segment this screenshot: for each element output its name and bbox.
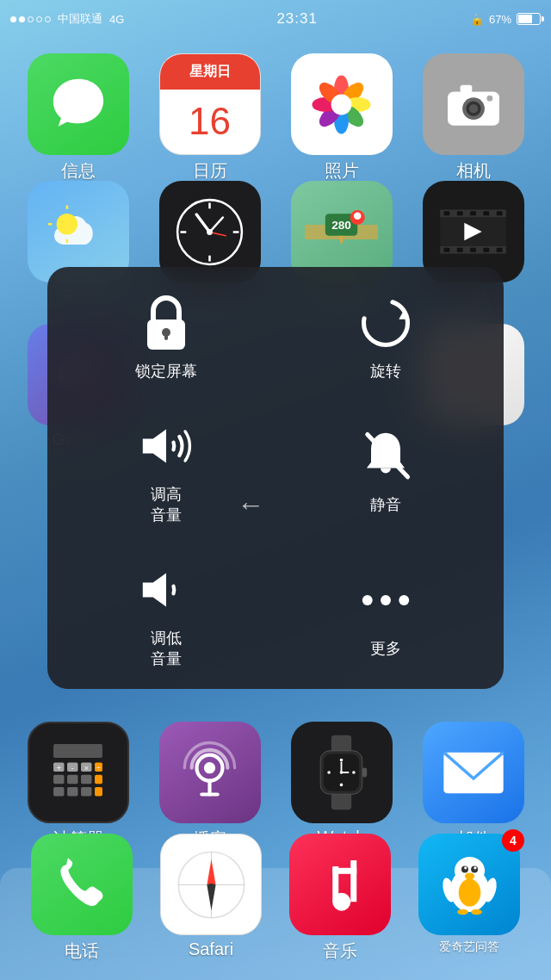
svg-point-104 — [464, 872, 474, 879]
network-label: 4G — [109, 13, 124, 26]
app-podcasts[interactable]: 播客 — [147, 722, 272, 851]
svg-rect-44 — [483, 248, 489, 252]
battery-fill — [518, 15, 532, 23]
svg-rect-97 — [332, 866, 338, 902]
safari-icon-wrap — [160, 834, 262, 935]
volume-down-icon — [136, 560, 196, 620]
svg-rect-65 — [67, 787, 77, 797]
camera-icon-wrap — [423, 53, 524, 155]
svg-text:÷: ÷ — [96, 764, 101, 772]
phone-label: 电话 — [65, 940, 99, 963]
svg-point-106 — [457, 909, 468, 915]
svg-point-15 — [56, 214, 77, 235]
svg-rect-37 — [457, 211, 463, 215]
watch-svg — [313, 734, 369, 811]
calendar-date: 16 — [189, 90, 231, 154]
svg-rect-42 — [457, 248, 463, 252]
battery-icon — [517, 13, 541, 25]
svg-point-27 — [207, 229, 213, 235]
svg-point-118 — [362, 595, 372, 605]
clock-svg — [173, 195, 246, 269]
lock-icon — [136, 293, 196, 353]
rotate-label: 旋转 — [370, 362, 401, 381]
svg-point-73 — [204, 762, 215, 773]
svg-point-83 — [352, 771, 356, 774]
photos-icon — [291, 53, 393, 155]
app-phone[interactable]: 电话 — [22, 834, 142, 963]
signal-dot-2 — [19, 16, 25, 22]
messages-svg — [48, 74, 108, 134]
mail-icon-wrap — [423, 722, 524, 823]
svg-rect-64 — [53, 787, 64, 797]
signal-dot-5 — [45, 16, 51, 22]
music-icon-wrap — [289, 834, 391, 935]
app-safari[interactable]: Safari — [151, 834, 271, 963]
svg-text:280: 280 — [331, 219, 351, 232]
app-messages[interactable]: 信息 — [15, 53, 140, 183]
calculator-icon-wrap: + - × ÷ — [28, 722, 129, 823]
mail-icon — [423, 722, 524, 823]
svg-point-119 — [381, 595, 391, 605]
signal-dot-4 — [36, 16, 42, 22]
app-qq[interactable]: 4 爱奇艺问答 — [409, 834, 529, 963]
overlay-more[interactable]: 更多 — [276, 543, 495, 686]
phone-svg — [54, 857, 110, 913]
svg-point-103 — [474, 866, 476, 869]
overlay-mute[interactable]: 静音 — [276, 399, 495, 543]
qq-svg — [437, 850, 502, 919]
messages-label: 信息 — [61, 159, 96, 183]
app-calculator[interactable]: + - × ÷ 计算器 — [15, 722, 140, 851]
app-watch[interactable]: Watch — [279, 722, 404, 851]
messages-icon — [28, 53, 129, 155]
svg-rect-77 — [331, 792, 351, 809]
volume-down-svg — [137, 564, 195, 616]
qq-label: 爱奇艺问答 — [439, 940, 499, 955]
overlay-center-arrow: ← — [237, 489, 264, 521]
app-calendar[interactable]: 星期日 16 日历 — [147, 53, 272, 183]
svg-rect-60 — [53, 775, 64, 785]
svg-point-81 — [340, 784, 344, 787]
app-camera[interactable]: 相机 — [411, 53, 536, 183]
overlay-volume-down[interactable]: 调低音量 — [56, 543, 276, 686]
svg-point-107 — [471, 909, 482, 915]
videos-svg — [436, 202, 510, 262]
svg-rect-76 — [331, 735, 351, 753]
svg-point-8 — [331, 94, 352, 115]
safari-svg — [175, 848, 248, 921]
overlay-lock-screen[interactable]: 锁定屏幕 — [56, 276, 276, 399]
qq-icon-wrap: 4 — [418, 834, 520, 935]
svg-rect-63 — [95, 775, 102, 785]
calendar-dayofweek: 星期日 — [189, 63, 231, 81]
weather-svg — [44, 202, 113, 262]
svg-marker-117 — [142, 574, 165, 607]
svg-point-113 — [363, 301, 407, 345]
watch-icon-wrap — [291, 722, 393, 823]
podcasts-icon — [159, 722, 261, 823]
music-icon — [289, 834, 391, 935]
overlay-rotate[interactable]: 旋转 — [276, 276, 495, 399]
rotate-svg — [356, 294, 415, 352]
music-label: 音乐 — [323, 940, 357, 963]
svg-point-120 — [399, 595, 409, 605]
svg-point-14 — [486, 96, 492, 102]
svg-rect-87 — [362, 768, 367, 778]
svg-text:+: + — [57, 764, 61, 772]
svg-rect-45 — [497, 248, 503, 252]
safari-label: Safari — [189, 940, 233, 959]
volume-up-icon — [136, 416, 196, 476]
svg-rect-62 — [81, 775, 91, 785]
overlay-volume-up[interactable]: 调高音量 — [56, 399, 276, 543]
camera-label: 相机 — [456, 159, 491, 183]
app-music[interactable]: 音乐 — [280, 834, 400, 963]
svg-rect-41 — [444, 248, 450, 252]
assistive-touch-overlay: 锁定屏幕 旋转 调高音量 — [47, 267, 504, 689]
more-svg — [356, 587, 415, 613]
messages-icon-wrap — [28, 53, 129, 155]
calculator-icon: + - × ÷ — [28, 722, 129, 823]
signal-dots — [10, 16, 51, 22]
podcasts-icon-wrap — [159, 722, 261, 823]
app-photos[interactable]: 照片 — [279, 53, 404, 183]
time-display: 23:31 — [276, 10, 318, 28]
mute-svg — [356, 427, 415, 486]
svg-rect-61 — [67, 775, 77, 785]
